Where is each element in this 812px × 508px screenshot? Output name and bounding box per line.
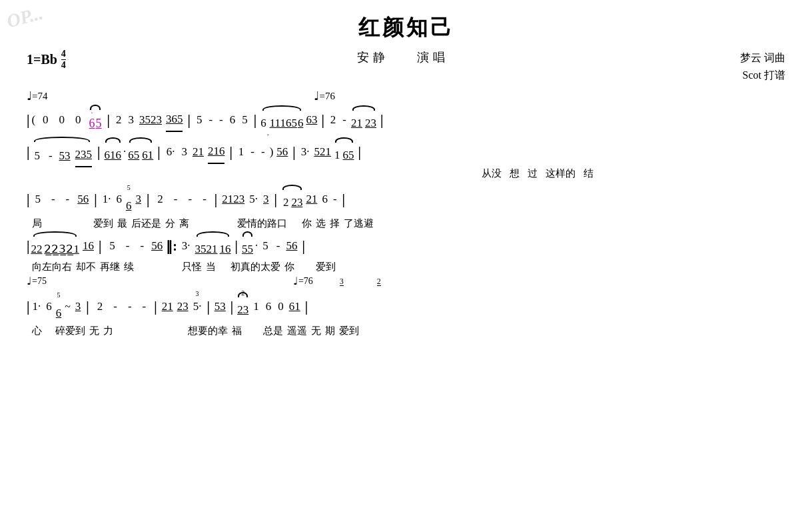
time-den: 4 (61, 60, 66, 70)
bar5: | (380, 107, 383, 133)
l-aidao2: 爱到 (316, 261, 336, 273)
bar2: | (187, 107, 190, 133)
note-6dot2: 6 (260, 112, 266, 135)
l-le: 择 (330, 217, 340, 230)
l-sui: 碎爱到 (55, 325, 85, 337)
note-0-1: 0 (43, 109, 49, 131)
note-5e: 5 (109, 235, 115, 257)
l-taobì: 了逃避 (344, 217, 374, 230)
l-zai: 再继 (100, 261, 120, 273)
arc-2221: 22 2̲2̲3̲2̲1 (31, 231, 79, 261)
l-xiang: 向左向右 (32, 261, 72, 273)
bar12: | (147, 186, 149, 213)
dash8: - (66, 188, 70, 211)
group-2123: 2123 (222, 188, 244, 211)
bar16: | (99, 233, 101, 259)
author-line1: 梦云 词曲 (740, 49, 785, 67)
note-5b: 5 (197, 109, 203, 131)
note-3b: 3 (135, 188, 141, 211)
dash11: - (203, 188, 206, 211)
group-16: 16 (83, 235, 94, 257)
group-21b: 21 (193, 141, 204, 163)
arc-611: 6· 11165 6 (260, 105, 303, 135)
group-521: 521 (314, 141, 331, 163)
dash7: - (51, 188, 55, 211)
l-zhiguai: 只怪 (182, 261, 202, 273)
bar3: | (254, 107, 256, 133)
quarter-note-icon2: ♩ (314, 89, 319, 103)
group-65b: 65 (342, 144, 354, 167)
bar19: | (86, 293, 89, 320)
bar8: | (229, 139, 232, 165)
l-li: 离 (179, 217, 189, 230)
row1-container: ♩=74 ♩=76 | ( 0 0 0 · (27, 89, 785, 135)
quarter-note-icon: ♩ (27, 89, 32, 103)
note-3: 3 (128, 109, 134, 131)
note-1d: 1· (32, 295, 41, 318)
note-1b: 1 (334, 144, 340, 167)
arc-3521: 3521 16 (195, 231, 231, 261)
note-3c: 3 (263, 188, 269, 211)
l-xu: 续 (124, 261, 134, 273)
dash14: - (140, 235, 144, 257)
tempo-mark4: ♩=76 (293, 275, 313, 287)
time-sig-3: 3 (340, 276, 344, 287)
note-5g: 6 5 (56, 289, 62, 325)
arc-65: · 6 5 (89, 105, 102, 135)
note-3d: 3 (75, 295, 81, 318)
l-aiqing: 爱情的路口 (237, 217, 287, 230)
dash5: - (250, 141, 254, 163)
bar1: | (107, 107, 110, 133)
bar-start4: | (27, 233, 29, 259)
author-section: 梦云 词曲 Scot 打谱 (740, 49, 785, 83)
group-53b: 53 (214, 295, 226, 318)
bar7: | (157, 139, 160, 165)
tempo-mark3: ♩=75 (27, 275, 47, 287)
note-dot2: · (255, 235, 258, 257)
lyric-xiang: 想 (510, 167, 520, 180)
subtitle-row: 1=Bb 4 4 安静 演唱 梦云 词曲 Scot 打谱 (27, 49, 785, 83)
group-22: 22 (31, 238, 42, 261)
note-2e: 2 (283, 191, 289, 214)
l-ni2: 你 (284, 261, 294, 273)
bar18: | (302, 233, 304, 259)
dash10: - (188, 188, 192, 211)
group-65: 65 (128, 144, 139, 167)
note-6g: 6 (266, 295, 272, 318)
dash4: - (49, 145, 53, 167)
note-3dot2: 3· (182, 235, 191, 257)
group-56: 56 (276, 141, 288, 163)
page-content: 红颜知己 1=Bb 4 4 安静 演唱 梦云 词曲 Scot 打谱 ♩=74 (0, 0, 812, 352)
group-21: 21 (351, 112, 362, 135)
note-3dot: 3· (301, 141, 310, 163)
group-61: 61 (142, 144, 153, 167)
group-616: 616 (104, 144, 121, 167)
paren-close: ) (270, 141, 274, 163)
l-xuanze: 选 (316, 217, 326, 230)
group-216: 216 (208, 140, 225, 164)
dash17: - (128, 295, 132, 318)
group-111656: 11165 (270, 112, 297, 135)
l-li: 力 (103, 325, 113, 337)
bar10: | (358, 139, 360, 165)
row2-container: | 5 - 53 235 | 616 (27, 137, 785, 180)
note-2f: 2 (97, 295, 103, 318)
group-63: 63 (306, 109, 317, 131)
singer-name: 安静 (357, 51, 389, 64)
bar4: | (321, 107, 324, 133)
singer-verb: 演唱 (417, 51, 449, 64)
bar-start3: | (27, 186, 29, 213)
bar9: | (292, 139, 295, 165)
note-1c: 1· (103, 188, 111, 211)
bar15: | (342, 186, 345, 213)
note-0-2: 0 (59, 109, 65, 131)
note-5: 5 (96, 111, 102, 135)
bar14: | (274, 186, 276, 213)
l-wu: 无 (89, 325, 99, 337)
group-2321: 2̲2̲3̲2̲1 (44, 238, 79, 261)
bar13: | (214, 186, 217, 213)
group-3521b: 3521 (195, 238, 218, 261)
note-5c: 5 (34, 145, 40, 167)
time-sig-2: 2 (377, 276, 381, 287)
arc-2123: 21 23 (351, 105, 376, 135)
